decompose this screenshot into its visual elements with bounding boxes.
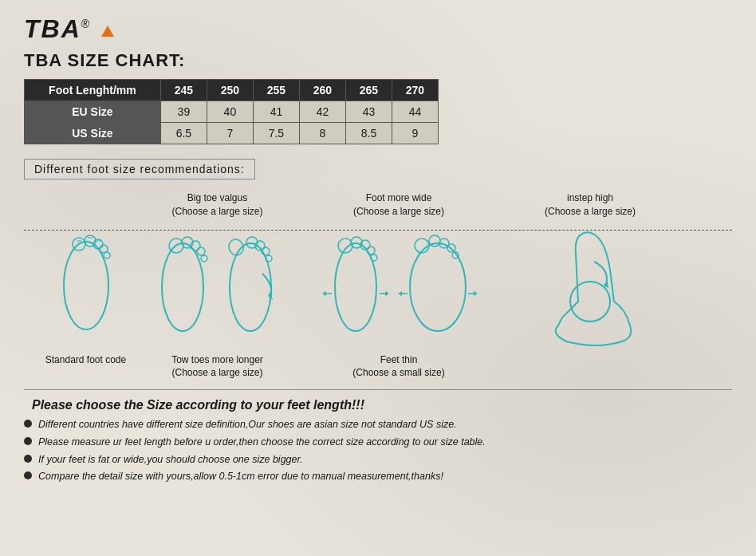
- eu-44: 44: [392, 101, 438, 123]
- table-header-245: 245: [160, 80, 207, 101]
- us-7: 7: [207, 123, 253, 144]
- bullet-icon-1: [24, 420, 32, 428]
- table-header-265: 265: [345, 80, 392, 101]
- us-9: 9: [392, 123, 438, 144]
- svg-point-14: [201, 255, 207, 262]
- chart-title: TBA SIZE CHART:: [24, 50, 732, 71]
- standard-bottom-label: Standard foot code: [24, 353, 148, 381]
- wide-foot-group: [287, 222, 510, 349]
- logo-area: TBA®: [24, 14, 732, 44]
- table-header-270: 270: [392, 80, 438, 101]
- bullet-note-4: Compare the detail size with yours,allow…: [24, 469, 732, 484]
- feet-illustrations: Big toe valgus(Choose a large size) Foot…: [24, 191, 732, 380]
- table-row-eu: EU Size 39 40 41 42 43 44: [25, 101, 439, 123]
- us-label: US Size: [25, 123, 161, 144]
- logo-triangle-icon: [101, 26, 114, 37]
- us-75: 7.5: [253, 123, 299, 144]
- bullet-note-2: Please measure ur feet length before u o…: [24, 435, 732, 450]
- svg-point-32: [429, 235, 440, 246]
- svg-point-15: [230, 243, 271, 331]
- eu-43: 43: [345, 101, 392, 123]
- bullet-icon-3: [24, 455, 32, 463]
- logo-text: TBA®: [24, 14, 100, 43]
- table-header-250: 250: [207, 80, 253, 101]
- recommendations-header: Different foot size recommendations:: [24, 159, 255, 179]
- eu-label: EU Size: [25, 101, 161, 123]
- svg-marker-28: [322, 291, 326, 296]
- foot-wide-label: Foot more wide(Choose a large size): [287, 191, 510, 219]
- svg-row: [24, 222, 732, 349]
- eu-42: 42: [299, 101, 345, 123]
- big-toe-foot1-svg: [152, 222, 212, 349]
- svg-point-5: [104, 252, 110, 258]
- instep-svg: [534, 222, 646, 349]
- bullet-text-1: Different countries have different size …: [38, 417, 457, 432]
- spacer-2: [510, 353, 670, 381]
- standard-foot-svg: [50, 222, 122, 349]
- eu-41: 41: [253, 101, 299, 123]
- bullet-text-4: Compare the detail size with yours,allow…: [38, 469, 443, 484]
- big-toe-label: Big toe valgus(Choose a large size): [148, 191, 287, 219]
- bullet-icon-4: [24, 471, 32, 479]
- bullet-note-1: Different countries have different size …: [24, 417, 732, 432]
- bullet-text-3: If your feet is fat or wide,you should c…: [38, 452, 303, 467]
- svg-point-9: [162, 243, 203, 331]
- standard-foot-group: [24, 222, 148, 349]
- table-row-us: US Size 6.5 7 7.5 8 8.5 9: [25, 123, 439, 144]
- main-note: Please choose the Size according to your…: [32, 398, 732, 412]
- svg-point-0: [64, 242, 108, 329]
- tow-toes-label: Tow toes more longer(Choose a large size…: [148, 353, 287, 381]
- svg-point-22: [335, 243, 376, 331]
- us-65: 6.5: [160, 123, 207, 144]
- table-header-260: 260: [299, 80, 345, 101]
- us-85: 8.5: [345, 123, 392, 144]
- svg-marker-37: [474, 291, 478, 296]
- bullet-note-3: If your feet is fat or wide,you should c…: [24, 452, 732, 467]
- instep-high-label: instep high(Choose a large size): [510, 191, 670, 219]
- wide-foot1-svg: [320, 222, 392, 349]
- bottom-labels-row: Standard foot code Tow toes more longer(…: [24, 353, 732, 381]
- table-header-255: 255: [253, 80, 299, 101]
- size-table: Foot Lenght/mm 245 250 255 260 265 270 E…: [24, 79, 439, 144]
- svg-marker-29: [385, 291, 389, 296]
- instep-high-group: [510, 222, 670, 349]
- wide-foot2-svg: [398, 222, 478, 349]
- svg-point-30: [410, 243, 466, 331]
- bullet-text-2: Please measure ur feet length before u o…: [38, 435, 486, 450]
- notes-section: Please choose the Size according to your…: [24, 389, 732, 484]
- eu-40: 40: [207, 101, 253, 123]
- svg-marker-36: [398, 291, 402, 296]
- registered-mark: ®: [81, 18, 91, 30]
- feet-thin-label: Feet thin(Choose a small size): [287, 353, 510, 381]
- spacer-1: [24, 191, 148, 219]
- us-8: 8: [299, 123, 345, 144]
- big-toe-group: [148, 222, 287, 349]
- table-header-foot: Foot Lenght/mm: [25, 80, 161, 101]
- big-toe-foot2-svg: [219, 222, 282, 349]
- svg-point-38: [570, 282, 610, 321]
- eu-39: 39: [160, 101, 207, 123]
- svg-point-13: [197, 247, 205, 255]
- bullet-icon-2: [24, 437, 32, 445]
- svg-point-23: [338, 239, 352, 253]
- top-labels-row: Big toe valgus(Choose a large size) Foot…: [24, 191, 732, 219]
